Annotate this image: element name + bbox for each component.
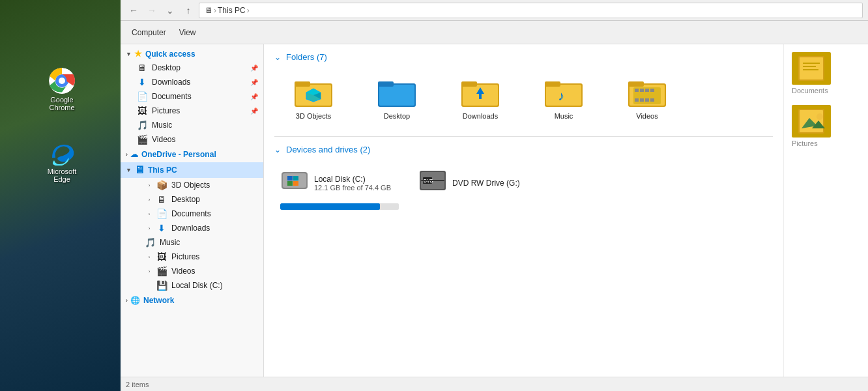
sidebar-item-3d-objects[interactable]: › 📦 3D Objects [121,178,263,192]
forward-button[interactable]: → [144,3,160,18]
address-bar[interactable]: 🖥 › This PC › [199,3,863,18]
docs-expand-btn[interactable]: › [144,209,154,219]
svg-point-53 [817,113,823,120]
downloads-expand-btn[interactable]: › [144,223,154,233]
quick-access-header[interactable]: ▼ ★ Quick access [121,47,263,61]
view-tab[interactable]: View [173,23,202,42]
sidebar-docs-pc-label: Documents [171,209,211,218]
disk-expand-btn[interactable] [144,280,154,291]
3d-objects-icon: 📦 [156,180,167,190]
svg-rect-48 [803,69,818,70]
desktop-expand-btn[interactable]: › [144,194,154,205]
address-home-icon: 🖥 [205,6,212,15]
svg-rect-31 [645,98,649,102]
folder-music-icon: ♪ [544,76,583,109]
docs-pc-icon: 📄 [156,209,167,219]
pictures-expand-btn[interactable]: › [144,252,154,262]
sidebar-desktop-label: Desktop [152,63,181,72]
quick-access-label: Quick access [145,50,195,59]
desktop-background: GoogleChrome MicrosoftEdge [0,0,121,391]
this-pc-icon: 🖥 [134,164,145,176]
pictures-icon-sidebar: 🖼 [136,106,148,116]
sidebar-desktop-pc-label: Desktop [171,195,200,204]
folders-section-header[interactable]: Folders (7) [274,52,773,62]
svg-rect-45 [800,57,823,80]
devices-section-label: Devices and drives (2) [286,145,370,154]
sidebar-item-videos-pc[interactable]: › 🎬 Videos [121,264,263,278]
sidebar-item-pictures-pc[interactable]: › 🖼 Pictures [121,250,263,264]
edge-desktop-icon[interactable]: MicrosoftEdge [39,137,85,186]
computer-tab[interactable]: Computer [126,23,172,42]
local-disk-free: 12.1 GB free of 74.4 GB [314,184,399,192]
thumb-documents[interactable]: Documents [789,50,863,97]
svg-rect-36 [293,176,298,181]
disk-progress-fill [280,203,380,210]
videos-expand-btn[interactable]: › [144,266,154,276]
this-pc-section: ▼ 🖥 This PC › 📦 3D Objects › 🖥 Desktop ›… [121,162,263,293]
3d-expand-btn[interactable]: › [144,180,154,190]
network-label: Network [143,296,174,305]
dvd-icon: DVD [418,168,447,198]
local-disk-name: Local Disk (C:) [314,175,399,184]
sidebar-videos-pc-label: Videos [171,267,195,276]
documents-icon-sidebar: 📄 [136,91,148,102]
sidebar-item-desktop-pc[interactable]: › 🖥 Desktop [121,192,263,207]
devices-section-header[interactable]: Devices and drives (2) [274,145,773,154]
sidebar-item-music[interactable]: 🎵 Music [121,118,263,132]
thumb-pictures[interactable]: Pictures [789,102,863,150]
sidebar-documents-label: Documents [152,92,192,101]
folder-3d-objects[interactable]: 3D Objects [274,70,353,126]
sidebar-music-label: Music [152,121,172,130]
dvd-drive-info: DVD RW Drive (G:) [452,179,537,188]
sidebar-item-local-disk[interactable]: 💾 Local Disk (C:) [121,278,263,293]
device-local-disk[interactable]: Local Disk (C:) 12.1 GB free of 74.4 GB [274,162,405,216]
sidebar-item-desktop[interactable]: 🖥 Desktop 📌 [121,61,263,75]
sidebar-3d-label: 3D Objects [171,181,210,190]
pin-icon: 📌 [250,65,258,72]
folder-desktop[interactable]: Desktop [358,70,436,126]
svg-rect-25 [635,89,639,92]
folder-music[interactable]: ♪ Music [525,70,603,126]
sidebar-item-documents-pc[interactable]: › 📄 Documents [121,207,263,221]
network-header[interactable]: › 🌐 Network [121,294,263,307]
content-pane: Folders (7) [264,44,783,377]
status-bar: 2 items [121,377,868,391]
recent-locations-button[interactable]: ⌄ [162,3,178,18]
sidebar-item-videos[interactable]: 🎬 Videos [121,132,263,147]
sidebar-music-pc-label: Music [160,238,180,247]
folder-desktop-icon [377,76,416,109]
sidebar-item-documents[interactable]: 📄 Documents 📌 [121,89,263,104]
sidebar-item-downloads-pc[interactable]: › ⬇ Downloads [121,221,263,235]
network-arrow: › [126,297,128,304]
this-pc-header[interactable]: ▼ 🖥 This PC [121,162,263,178]
toolbar: Computer View [121,21,868,44]
sidebar-downloads-pc-label: Downloads [171,224,210,233]
device-top-dvd: DVD DVD RW Drive (G:) [418,168,537,198]
back-button[interactable]: ← [126,3,141,18]
chrome-icon-label: GoogleChrome [49,96,74,111]
downloads-icon-sidebar: ⬇ [136,77,148,87]
folder-downloads-icon [461,76,500,109]
svg-rect-12 [378,81,394,87]
sidebar-item-downloads[interactable]: ⬇ Downloads 📌 [121,75,263,89]
onedrive-cloud-icon: ☁ [130,150,138,159]
svg-rect-11 [379,85,414,106]
onedrive-header[interactable]: › ☁ OneDrive - Personal [121,148,263,161]
address-this-pc: This PC [218,6,246,15]
edge-icon-label: MicrosoftEdge [48,167,77,183]
folder-videos-label: Videos [636,112,658,120]
folder-downloads[interactable]: Downloads [441,70,519,126]
sidebar-item-music-pc[interactable]: 🎵 Music [121,235,263,250]
device-dvd[interactable]: DVD DVD RW Drive (G:) [412,162,543,216]
folder-videos[interactable]: Videos [608,70,686,126]
sidebar-local-disk-label: Local Disk (C:) [171,281,223,290]
device-top-local: Local Disk (C:) 12.1 GB free of 74.4 GB [280,168,399,198]
svg-rect-30 [640,98,644,102]
quick-access-arrow: ▼ [126,51,132,57]
svg-rect-43 [421,180,444,181]
sidebar-item-pictures[interactable]: 🖼 Pictures 📌 [121,104,263,118]
sidebar-pictures-label: Pictures [152,106,180,115]
pin-icon-4: 📌 [250,108,258,115]
chrome-desktop-icon[interactable]: GoogleChrome [39,65,85,114]
up-button[interactable]: ↑ [181,3,196,18]
